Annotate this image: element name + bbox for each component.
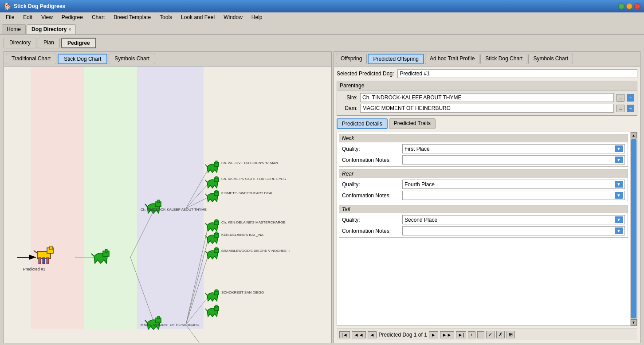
dam-minus-button[interactable]: − bbox=[627, 105, 634, 112]
tab-dog-directory[interactable]: Dog Directory × bbox=[27, 24, 76, 34]
dam-label: Dam: bbox=[340, 105, 357, 111]
dam-input[interactable] bbox=[360, 104, 614, 113]
gp5-label: KEN-DELAINE'S KAT_INA bbox=[221, 233, 264, 237]
svg-line-55 bbox=[205, 309, 207, 311]
menu-help[interactable]: Help bbox=[247, 13, 267, 22]
chart-tab-stickdog[interactable]: Stick Dog Chart bbox=[58, 54, 107, 64]
tail-quality-label: Quality: bbox=[342, 217, 400, 223]
tail-quality-arrow[interactable]: ▼ bbox=[615, 216, 623, 223]
chart-tab-symbols[interactable]: Symbols Chart bbox=[109, 54, 155, 64]
gp6-label: BRAMBLEWOOD'S DIEDRE V NOCHEE II bbox=[221, 249, 290, 253]
tail-notes-arrow[interactable]: ▼ bbox=[615, 227, 623, 234]
menu-look-and-feel[interactable]: Look and Feel bbox=[177, 13, 219, 22]
nav-remove-button[interactable]: − bbox=[477, 331, 484, 338]
sire-dots-button[interactable]: ... bbox=[617, 94, 624, 102]
rear-quality-select[interactable]: Fourth Place ▼ bbox=[402, 180, 625, 189]
tail-notes-select[interactable]: ▼ bbox=[402, 226, 625, 235]
tab-symbols-chart[interactable]: Symbols Chart bbox=[528, 54, 573, 64]
menu-view[interactable]: View bbox=[37, 13, 57, 22]
menu-tools[interactable]: Tools bbox=[156, 13, 176, 22]
menu-breed-template[interactable]: Breed Template bbox=[110, 13, 155, 22]
neck-notes-arrow[interactable]: ▼ bbox=[615, 157, 623, 163]
right-panel: Offspring Predicted Offspring Ad hoc Tra… bbox=[334, 51, 640, 343]
tail-quality-row: Quality: Second Place ▼ bbox=[342, 215, 625, 224]
sire-row: Sire: ... − bbox=[340, 93, 634, 102]
minimize-button[interactable] bbox=[626, 3, 632, 9]
maximize-button[interactable] bbox=[618, 3, 624, 9]
sub-tab-plan[interactable]: Plan bbox=[38, 38, 60, 48]
rear-header: Rear bbox=[339, 170, 628, 178]
detail-tab-predicted-details[interactable]: Predicted Details bbox=[337, 118, 388, 129]
dam-dots-button[interactable]: ... bbox=[617, 105, 624, 112]
nav-grid-button[interactable]: ⊞ bbox=[507, 331, 515, 338]
svg-rect-26 bbox=[105, 249, 107, 252]
detail-tab-bar: Predicted Details Predicted Traits bbox=[337, 118, 637, 129]
chart-tab-traditional[interactable]: Traditional Chart bbox=[6, 54, 56, 64]
sub-tab-pedigree[interactable]: Pedigree bbox=[61, 38, 96, 48]
rear-notes-arrow[interactable]: ▼ bbox=[615, 192, 623, 199]
right-tab-bar: Offspring Predicted Offspring Ad hoc Tra… bbox=[334, 52, 640, 67]
tail-quality-select[interactable]: Second Place ▼ bbox=[402, 215, 625, 224]
neck-notes-select[interactable]: ▼ bbox=[402, 155, 625, 165]
nav-prev-button[interactable]: ◄ bbox=[368, 331, 377, 338]
gp2-label: Ch. KISMET'S SIGHT FOR SORE EYES bbox=[221, 177, 286, 181]
tab-offspring[interactable]: Offspring bbox=[336, 54, 367, 64]
traits-scrollbar[interactable]: ▲ ▼ bbox=[630, 132, 637, 325]
scroll-thumb[interactable] bbox=[631, 139, 636, 318]
menu-bar: File Edit View Pedigree Chart Breed Temp… bbox=[0, 12, 644, 22]
traits-scroll-area[interactable]: Neck Quality: First Place ▼ bbox=[337, 132, 630, 325]
nav-next-next-button[interactable]: ►► bbox=[440, 331, 454, 338]
gp2-icon bbox=[205, 176, 219, 188]
sire-input[interactable] bbox=[360, 93, 614, 102]
menu-window[interactable]: Window bbox=[220, 13, 247, 22]
nav-first-button[interactable]: |◄ bbox=[339, 331, 350, 338]
detail-tab-predicted-traits[interactable]: Predicted Traits bbox=[389, 118, 436, 129]
nav-add-button[interactable]: + bbox=[468, 331, 475, 338]
tab-predicted-offspring[interactable]: Predicted Offspring bbox=[368, 54, 424, 64]
content-area: Traditional Chart Stick Dog Chart Symbol… bbox=[2, 51, 642, 343]
menu-edit[interactable]: Edit bbox=[19, 13, 36, 22]
selected-dog-label: Selected Predicted Dog: bbox=[337, 71, 394, 77]
svg-line-49 bbox=[205, 251, 207, 253]
svg-rect-41 bbox=[216, 190, 217, 192]
neck-quality-arrow[interactable]: ▼ bbox=[615, 145, 623, 152]
nav-confirm-button[interactable]: ✓ bbox=[486, 331, 495, 338]
tab-bar: Home Dog Directory × bbox=[0, 22, 644, 35]
menu-pedigree[interactable]: Pedigree bbox=[58, 13, 87, 22]
app-title: Stick Dog Pedigrees bbox=[14, 3, 65, 9]
scroll-down-arrow[interactable]: ▼ bbox=[631, 319, 637, 325]
sire-minus-button[interactable]: − bbox=[627, 94, 634, 102]
svg-rect-47 bbox=[216, 232, 217, 234]
menu-file[interactable]: File bbox=[2, 13, 18, 22]
tab-stick-dog-chart[interactable]: Stick Dog Chart bbox=[480, 54, 527, 64]
sub-tab-directory[interactable]: Directory bbox=[4, 38, 36, 48]
nav-cancel-button[interactable]: ✗ bbox=[496, 331, 505, 338]
app-icon: 🐕 bbox=[4, 3, 11, 10]
svg-line-43 bbox=[205, 223, 207, 225]
menu-chart[interactable]: Chart bbox=[88, 13, 109, 22]
neck-notes-label: Conformation Notes: bbox=[342, 157, 400, 163]
tab-adhoc-trait[interactable]: Ad hoc Trait Profile bbox=[425, 54, 479, 64]
svg-rect-29 bbox=[157, 200, 160, 203]
tab-home[interactable]: Home bbox=[2, 24, 26, 34]
window-controls[interactable] bbox=[618, 3, 640, 9]
rear-quality-label: Quality: bbox=[342, 181, 400, 188]
scroll-up-arrow[interactable]: ▲ bbox=[631, 132, 637, 138]
parentage-content: Sire: ... − Dam: ... − bbox=[337, 90, 637, 115]
left-panel: Traditional Chart Stick Dog Chart Symbol… bbox=[4, 51, 332, 343]
svg-rect-0 bbox=[31, 67, 84, 329]
nav-prev-prev-button[interactable]: ◄◄ bbox=[352, 331, 366, 338]
selected-dog-input[interactable] bbox=[397, 69, 637, 78]
rear-quality-row: Quality: Fourth Place ▼ bbox=[342, 180, 625, 189]
nav-next-button[interactable]: ► bbox=[429, 331, 438, 338]
close-button[interactable] bbox=[634, 3, 640, 9]
sub-tab-bar: Directory Plan Pedigree bbox=[2, 36, 642, 50]
rear-quality-arrow[interactable]: ▼ bbox=[615, 181, 623, 188]
svg-line-37 bbox=[205, 180, 207, 182]
trait-section-tail: Tail Quality: Second Place ▼ bbox=[339, 205, 628, 238]
rear-notes-select[interactable]: ▼ bbox=[402, 191, 625, 200]
neck-quality-select[interactable]: First Place ▼ bbox=[402, 144, 625, 153]
tab-close-icon[interactable]: × bbox=[68, 27, 71, 32]
svg-rect-38 bbox=[216, 176, 217, 179]
nav-last-button[interactable]: ►| bbox=[456, 331, 467, 338]
